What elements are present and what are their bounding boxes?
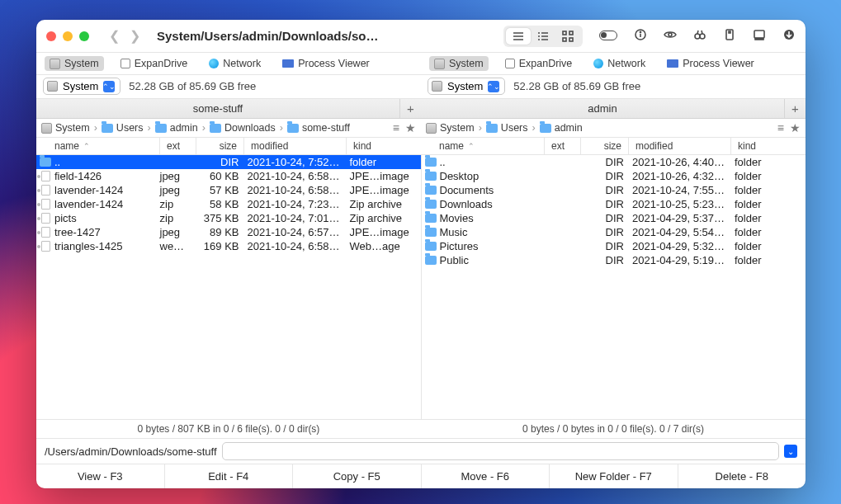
binoculars-icon[interactable] xyxy=(693,28,706,44)
volume-selector[interactable]: System⌃⌄ xyxy=(428,78,505,95)
fullscreen-button[interactable] xyxy=(79,31,89,41)
file-icon xyxy=(41,213,50,224)
col-name[interactable]: name⌃ xyxy=(421,138,545,154)
favorite-icon[interactable]: ★ xyxy=(405,121,416,134)
svg-rect-9 xyxy=(563,31,566,35)
breadcrumb-segment[interactable]: Users xyxy=(102,122,144,134)
bookmark-label: Network xyxy=(607,58,645,69)
add-tab-button[interactable]: + xyxy=(784,99,806,118)
col-modified[interactable]: modified xyxy=(244,138,347,154)
volume-name: System xyxy=(63,80,98,92)
bookmark-system[interactable]: System xyxy=(45,56,104,71)
col-kind[interactable]: kind xyxy=(731,138,806,154)
file-row[interactable]: MusicDIR2021-04-29, 5:54…folder xyxy=(422,225,806,239)
list-icon[interactable]: ≡ xyxy=(777,121,784,134)
file-row[interactable]: tree-1427jpeg89 KB2021-10-24, 6:57…JPE…i… xyxy=(36,225,421,239)
file-row[interactable]: ..DIR2021-10-26, 4:40…folder xyxy=(422,155,806,169)
path-input[interactable] xyxy=(222,442,779,460)
col-ext[interactable]: ext xyxy=(160,138,196,154)
quicklook-icon[interactable] xyxy=(664,28,677,44)
file-kind: folder xyxy=(731,156,806,168)
column-view-button[interactable] xyxy=(531,28,555,45)
breadcrumb-segment[interactable]: Downloads xyxy=(210,122,276,134)
file-name: Music xyxy=(440,226,546,238)
file-size: DIR xyxy=(196,156,244,168)
breadcrumb-segment[interactable]: some-stuff xyxy=(287,122,350,134)
file-list-left[interactable]: ..DIR2021-10-24, 7:52…folderfield-1426jp… xyxy=(36,155,421,419)
pane-tab-title[interactable]: some-stuff xyxy=(36,99,399,118)
close-button[interactable] xyxy=(46,31,56,41)
file-row[interactable]: DocumentsDIR2021-10-24, 7:55…folder xyxy=(422,183,806,197)
footer-button[interactable]: New Folder - F7 xyxy=(550,464,678,488)
footer-button[interactable]: Delete - F8 xyxy=(678,464,806,488)
file-row[interactable]: PicturesDIR2021-04-29, 5:32…folder xyxy=(422,239,806,253)
file-name: lavender-1424 xyxy=(54,184,160,196)
pane-tab-title[interactable]: admin xyxy=(421,99,784,118)
minimize-button[interactable] xyxy=(63,31,73,41)
file-row[interactable]: MoviesDIR2021-04-29, 5:37…folder xyxy=(422,211,806,225)
breadcrumb-segment[interactable]: admin xyxy=(540,122,583,134)
breadcrumb-segment[interactable]: System xyxy=(426,122,475,134)
file-row[interactable]: PublicDIR2021-04-29, 5:19…folder xyxy=(422,253,806,267)
breadcrumb-segment[interactable]: admin xyxy=(155,122,198,134)
file-icon xyxy=(41,227,50,238)
bookmark-expandrive[interactable]: ExpanDrive xyxy=(500,56,578,71)
favorite-icon[interactable]: ★ xyxy=(790,121,801,134)
file-modified: 2021-10-25, 5:23… xyxy=(629,198,731,210)
footer-button[interactable]: View - F3 xyxy=(36,464,165,488)
footer-button[interactable]: Edit - F4 xyxy=(165,464,294,488)
footer-button[interactable]: Copy - F5 xyxy=(293,464,422,488)
file-row[interactable]: pictszip375 KB2021-10-24, 7:01…Zip archi… xyxy=(36,211,421,225)
col-size[interactable]: size xyxy=(196,138,244,154)
terminal-icon[interactable] xyxy=(753,28,766,44)
folder-icon xyxy=(155,124,167,133)
file-row[interactable]: DownloadsDIR2021-10-25, 5:23…folder xyxy=(422,197,806,211)
add-tab-button[interactable]: + xyxy=(399,99,421,118)
list-icon[interactable]: ≡ xyxy=(393,121,399,134)
bookmark-bar-left: System ExpanDrive Network Process Viewer xyxy=(36,53,421,74)
file-modified: 2021-10-24, 7:23… xyxy=(244,198,347,210)
bookmark-label: System xyxy=(449,58,484,69)
file-row[interactable]: triangles-1425we…169 KB2021-10-24, 6:58…… xyxy=(36,239,421,253)
disk-icon xyxy=(50,59,60,69)
breadcrumb-segment[interactable]: System xyxy=(41,122,90,134)
volume-selector[interactable]: System⌃⌄ xyxy=(43,78,120,95)
col-kind[interactable]: kind xyxy=(347,138,421,154)
bookmark-system[interactable]: System xyxy=(429,56,489,71)
folder-icon xyxy=(425,242,437,251)
bookmark-process-viewer[interactable]: Process Viewer xyxy=(277,56,375,71)
file-icon xyxy=(41,241,50,252)
grid-view-button[interactable] xyxy=(555,28,580,45)
archive-icon[interactable] xyxy=(723,28,736,44)
info-icon[interactable] xyxy=(634,28,647,44)
toggle-icon[interactable] xyxy=(599,30,617,43)
file-kind: JPE…image xyxy=(347,170,421,182)
bookmark-bar-row: System ExpanDrive Network Process Viewer… xyxy=(36,53,806,75)
toolbar xyxy=(503,26,796,47)
bookmark-network[interactable]: Network xyxy=(588,56,650,71)
col-ext[interactable]: ext xyxy=(545,138,581,154)
file-name: Pictures xyxy=(440,240,546,252)
file-list-right[interactable]: ..DIR2021-10-26, 4:40…folderDesktopDIR20… xyxy=(422,155,806,419)
download-icon[interactable] xyxy=(782,28,796,44)
file-row[interactable]: lavender-1424jpeg57 KB2021-10-24, 6:58…J… xyxy=(36,183,421,197)
file-modified: 2021-10-24, 6:58… xyxy=(244,170,347,182)
breadcrumb-label: admin xyxy=(170,122,198,134)
col-size[interactable]: size xyxy=(581,138,629,154)
file-row[interactable]: DesktopDIR2021-10-26, 4:32…folder xyxy=(422,169,806,183)
bookmark-process-viewer[interactable]: Process Viewer xyxy=(662,56,759,71)
forward-button[interactable]: ❯ xyxy=(130,28,140,44)
breadcrumb-segment[interactable]: Users xyxy=(486,122,528,134)
col-name[interactable]: name⌃ xyxy=(36,138,160,154)
col-modified[interactable]: modified xyxy=(629,138,731,154)
bookmark-expandrive[interactable]: ExpanDrive xyxy=(116,56,193,71)
file-row[interactable]: field-1426jpeg60 KB2021-10-24, 6:58…JPE…… xyxy=(36,169,421,183)
file-row[interactable]: ..DIR2021-10-24, 7:52…folder xyxy=(36,155,421,169)
file-row[interactable]: lavender-1424zip58 KB2021-10-24, 7:23…Zi… xyxy=(36,197,421,211)
footer-button[interactable]: Move - F6 xyxy=(422,464,550,488)
list-view-button[interactable] xyxy=(506,28,531,45)
path-dropdown-button[interactable]: ⌄ xyxy=(784,445,797,458)
file-modified: 2021-10-24, 7:01… xyxy=(244,212,347,224)
bookmark-network[interactable]: Network xyxy=(204,56,266,71)
back-button[interactable]: ❮ xyxy=(109,28,120,44)
